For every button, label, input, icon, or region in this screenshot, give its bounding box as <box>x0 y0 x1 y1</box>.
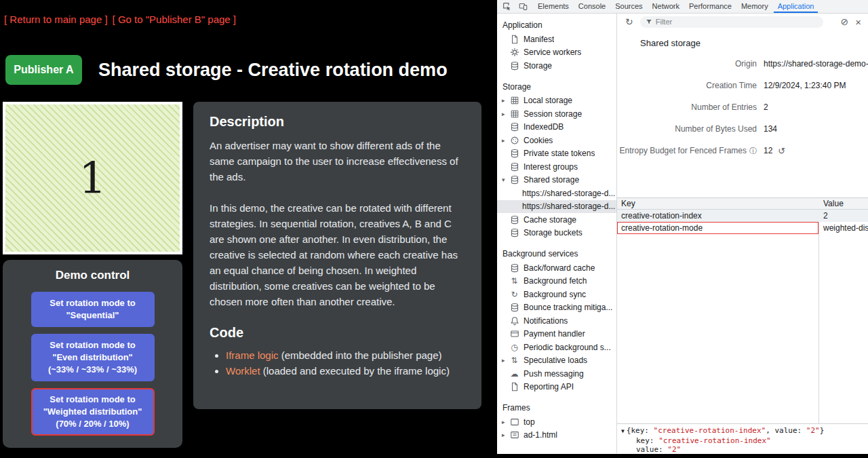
refresh-icon[interactable]: ↻ <box>625 17 633 26</box>
tab-sources[interactable]: Sources <box>611 0 646 13</box>
preview-summary-line: ▼{key: "creative-rotation-index", value:… <box>621 426 868 436</box>
tab-application[interactable]: Application <box>774 0 818 13</box>
sidebar-item-cache-storage[interactable]: Cache storage <box>497 213 616 227</box>
devtools-sidebar: ApplicationManifestService workersStorag… <box>497 14 617 453</box>
metadata-row-origin: Originhttps://shared-storage-demo-co <box>617 53 868 75</box>
sidebar-item-https-shared-storage-d[interactable]: https://shared-storage-d... <box>497 187 616 200</box>
sidebar-item-background-sync[interactable]: ↻Background sync <box>497 288 616 301</box>
sidebar-item-label: Speculative loads <box>524 356 587 365</box>
sidebar-item-label: Periodic background s... <box>524 343 611 352</box>
sidebar-item-https-shared-storage-d[interactable]: https://shared-storage-d... <box>497 200 616 214</box>
shared-storage-panel: ↻ Filter ⊘ × Shared storage Originhttps:… <box>617 14 868 453</box>
toggle-device-toolbar-icon[interactable] <box>517 0 529 13</box>
code-list-item: Iframe logic (embedded into the publishe… <box>226 347 465 363</box>
return-to-main-page-link[interactable]: [ Return to main page ] <box>4 14 108 25</box>
sidebar-item-private-state-tokens[interactable]: Private state tokens <box>497 147 616 161</box>
filter-placeholder: Filter <box>656 18 672 26</box>
sidebar-item-top[interactable]: ▸top <box>497 415 616 429</box>
table-row-creative-rotation-mode[interactable]: creative-rotation-modeweighted-dist <box>617 222 868 234</box>
sidebar-section-header[interactable]: Storage <box>497 80 616 94</box>
sidebar-section-storage: Storage▸Local storage▸Session storageInd… <box>497 80 616 240</box>
sidebar-item-label: Storage buckets <box>524 228 583 237</box>
delete-all-icon[interactable]: ⊘ <box>841 17 849 26</box>
sidebar-item-reporting-api[interactable]: Reporting API <box>497 381 616 394</box>
tab-memory[interactable]: Memory <box>737 0 772 13</box>
sidebar-item-bounce-tracking-mitiga[interactable]: Bounce tracking mitiga... <box>497 301 616 315</box>
panel-title: Shared storage <box>640 38 701 48</box>
sidebar-item-indexeddb[interactable]: IndexedDB <box>497 121 616 134</box>
chevron-right-icon[interactable]: ▸ <box>502 419 509 425</box>
card-icon <box>509 329 519 339</box>
cell-value: 2 <box>818 210 868 222</box>
info-icon[interactable]: ⓘ <box>749 147 757 155</box>
sidebar-section-header[interactable]: Application <box>497 18 616 33</box>
chevron-right-icon[interactable]: ▸ <box>502 137 509 144</box>
chevron-down-icon[interactable]: ▾ <box>502 176 509 183</box>
updown-icon: ⇅ <box>509 356 519 366</box>
column-header-key[interactable]: Key <box>617 198 818 209</box>
db-icon <box>509 214 519 225</box>
tab-console[interactable]: Console <box>574 0 610 13</box>
metadata-value: 12/9/2024, 1:23:40 PM <box>764 81 846 90</box>
inspect-element-icon[interactable] <box>501 0 513 13</box>
sidebar-item-interest-groups[interactable]: Interest groups <box>497 160 616 174</box>
preview-prop-name: key: <box>636 436 658 445</box>
tab-performance[interactable]: Performance <box>685 0 736 13</box>
devtools-tabs: ElementsConsoleSourcesNetworkPerformance… <box>534 0 819 13</box>
sidebar-item-storage-buckets[interactable]: Storage buckets <box>497 227 616 240</box>
go-to-publisher-b-page-link[interactable]: [ Go to "Publisher B" page ] <box>113 14 236 25</box>
sidebar-item-storage[interactable]: Storage <box>497 59 616 73</box>
sidebar-item-back-forward-cache[interactable]: Back/forward cache <box>497 261 616 275</box>
sidebar-item-background-fetch[interactable]: ⇅Background fetch <box>497 275 616 288</box>
table-row-creative-rotation-index[interactable]: creative-rotation-index2 <box>617 210 868 222</box>
column-header-value[interactable]: Value <box>818 198 868 209</box>
db-icon <box>509 228 519 238</box>
sidebar-item-periodic-background-s[interactable]: ◷Periodic background s... <box>497 341 616 354</box>
rotation-mode-button-3[interactable]: Set rotation mode to"Weighted distributi… <box>31 388 155 436</box>
devtools-body: ApplicationManifestService workersStorag… <box>497 14 868 453</box>
sidebar-item-shared-storage[interactable]: ▾Shared storage <box>497 174 616 187</box>
sidebar-item-label: Storage <box>524 61 552 71</box>
chevron-right-icon[interactable]: ▸ <box>502 97 509 104</box>
chevron-right-icon[interactable]: ▸ <box>502 432 509 438</box>
iframe-logic-link[interactable]: Iframe logic <box>226 349 279 361</box>
sidebar-item-session-storage[interactable]: ▸Session storage <box>497 107 616 121</box>
close-icon[interactable]: × <box>855 17 861 27</box>
tab-elements[interactable]: Elements <box>534 0 573 13</box>
sidebar-item-label: Private state tokens <box>524 149 595 158</box>
metadata-label: Origin <box>617 59 757 69</box>
db-icon <box>509 149 519 159</box>
doc-icon <box>509 382 519 392</box>
sidebar-section-header[interactable]: Frames <box>497 401 616 415</box>
button-label-line: Set rotation mode to <box>35 297 151 309</box>
worklet-link[interactable]: Worklet <box>226 365 260 377</box>
sidebar-item-notifications[interactable]: Notifications <box>497 314 616 328</box>
rotation-mode-button-1[interactable]: Set rotation mode to"Sequential" <box>31 292 155 327</box>
sidebar-item-payment-handler[interactable]: Payment handler <box>497 328 616 341</box>
chevron-right-icon[interactable]: ▸ <box>502 357 509 364</box>
sidebar-item-local-storage[interactable]: ▸Local storage <box>497 94 616 108</box>
cell-key: creative-rotation-index <box>617 210 818 222</box>
filter-input[interactable]: Filter <box>640 16 823 28</box>
preview-text: } <box>820 426 825 435</box>
sidebar-item-label: top <box>524 417 535 427</box>
sidebar-item-manifest[interactable]: Manifest <box>497 33 616 46</box>
button-label-line: (~33% / ~33% / ~33%) <box>35 364 151 376</box>
sidebar-item-service-workers[interactable]: Service workers <box>497 46 616 60</box>
sidebar-item-push-messaging[interactable]: ☁Push messaging <box>497 367 616 381</box>
reset-budget-icon[interactable]: ↺ <box>778 147 785 155</box>
metadata-row-number-of-entries: Number of Entries2 <box>617 96 868 118</box>
sidebar-item-label: Reporting API <box>524 382 574 392</box>
sidebar-section-header[interactable]: Background services <box>497 247 616 261</box>
tab-network[interactable]: Network <box>648 0 684 13</box>
sidebar-item-speculative-loads[interactable]: ▸⇅Speculative loads <box>497 354 616 368</box>
sidebar-item-ad-1-html[interactable]: ▸ad-1.html <box>497 429 616 442</box>
sidebar-item-label: https://shared-storage-d... <box>522 202 615 211</box>
rotation-mode-button-2[interactable]: Set rotation mode to"Even distribution"(… <box>31 334 155 381</box>
chevron-right-icon[interactable]: ▸ <box>502 111 509 117</box>
sidebar-item-cookies[interactable]: ▸Cookies <box>497 134 616 147</box>
grid-icon <box>509 96 519 106</box>
ad-creative-frame[interactable]: 1 <box>3 102 182 254</box>
metadata-value: 134 <box>764 124 777 134</box>
expand-triangle-icon[interactable]: ▼ <box>621 428 625 434</box>
